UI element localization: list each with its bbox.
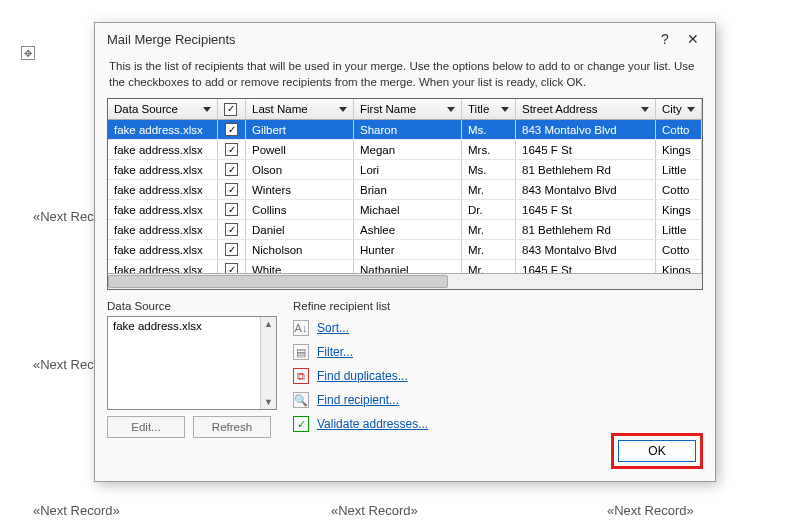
table-row[interactable]: fake address.xlsx✓WintersBrianMr.843 Mon…: [108, 180, 702, 200]
cell-street: 1645 F St: [516, 260, 656, 273]
col-first-name[interactable]: First Name: [354, 99, 462, 119]
cell-first-name: Brian: [354, 180, 462, 199]
cell-data-source: fake address.xlsx: [108, 180, 218, 199]
cell-title: Mr.: [462, 260, 516, 273]
checkbox-icon[interactable]: ✓: [224, 103, 237, 116]
checkbox-icon[interactable]: ✓: [225, 123, 238, 136]
cell-last-name: Nicholson: [246, 240, 354, 259]
table-row[interactable]: fake address.xlsx✓NicholsonHunterMr.843 …: [108, 240, 702, 260]
data-source-panel: Data Source fake address.xlsx ▲▼ Edit...…: [107, 300, 277, 438]
col-data-source[interactable]: Data Source: [108, 99, 218, 119]
cell-first-name: Hunter: [354, 240, 462, 259]
chevron-down-icon: [641, 107, 649, 112]
chevron-down-icon: [687, 107, 695, 112]
ok-highlight: OK: [611, 433, 703, 469]
cell-data-source: fake address.xlsx: [108, 140, 218, 159]
cell-city: Little: [656, 160, 702, 179]
table-row[interactable]: fake address.xlsx✓DanielAshleeMr.81 Beth…: [108, 220, 702, 240]
cell-checkbox[interactable]: ✓: [218, 160, 246, 179]
cell-title: Mr.: [462, 240, 516, 259]
data-source-item[interactable]: fake address.xlsx: [113, 320, 202, 332]
cell-data-source: fake address.xlsx: [108, 120, 218, 139]
anchor-icon: ✥: [21, 46, 35, 60]
chevron-down-icon: [447, 107, 455, 112]
next-record-field: «Next Record»: [33, 503, 120, 518]
validate-link[interactable]: Validate addresses...: [317, 417, 428, 431]
horizontal-scrollbar[interactable]: [108, 273, 702, 289]
cell-first-name: Lori: [354, 160, 462, 179]
col-city[interactable]: City: [656, 99, 702, 119]
checkbox-icon[interactable]: ✓: [225, 243, 238, 256]
cell-title: Mr.: [462, 220, 516, 239]
next-record-field: «Next Record»: [331, 503, 418, 518]
recipients-grid: Data Source ✓ Last Name First Name Title…: [107, 98, 703, 290]
cell-checkbox[interactable]: ✓: [218, 260, 246, 273]
cell-street: 81 Bethlehem Rd: [516, 220, 656, 239]
find-icon: 🔍: [293, 392, 309, 408]
table-row[interactable]: fake address.xlsx✓GilbertSharonMs.843 Mo…: [108, 120, 702, 140]
checkbox-icon[interactable]: ✓: [225, 263, 238, 273]
edit-button[interactable]: Edit...: [107, 416, 185, 438]
cell-last-name: Olson: [246, 160, 354, 179]
find-recipient-link[interactable]: Find recipient...: [317, 393, 399, 407]
validate-icon: ✓: [293, 416, 309, 432]
cell-data-source: fake address.xlsx: [108, 220, 218, 239]
checkbox-icon[interactable]: ✓: [225, 183, 238, 196]
data-source-label: Data Source: [107, 300, 277, 312]
refine-label: Refine recipient list: [293, 300, 703, 312]
checkbox-icon[interactable]: ✓: [225, 203, 238, 216]
cell-city: Cotto: [656, 180, 702, 199]
cell-checkbox[interactable]: ✓: [218, 180, 246, 199]
table-row[interactable]: fake address.xlsx✓CollinsMichaelDr.1645 …: [108, 200, 702, 220]
table-row[interactable]: fake address.xlsx✓WhiteNathanielMr.1645 …: [108, 260, 702, 273]
cell-last-name: Daniel: [246, 220, 354, 239]
col-check-all[interactable]: ✓: [218, 99, 246, 119]
table-row[interactable]: fake address.xlsx✓OlsonLoriMs.81 Bethleh…: [108, 160, 702, 180]
cell-city: Cotto: [656, 240, 702, 259]
cell-checkbox[interactable]: ✓: [218, 200, 246, 219]
col-title[interactable]: Title: [462, 99, 516, 119]
cell-last-name: White: [246, 260, 354, 273]
cell-first-name: Megan: [354, 140, 462, 159]
checkbox-icon[interactable]: ✓: [225, 163, 238, 176]
grid-body: fake address.xlsx✓GilbertSharonMs.843 Mo…: [108, 120, 702, 273]
cell-street: 1645 F St: [516, 200, 656, 219]
sort-link[interactable]: Sort...: [317, 321, 349, 335]
duplicates-icon: ⧉: [293, 368, 309, 384]
ok-button[interactable]: OK: [618, 440, 696, 462]
cell-data-source: fake address.xlsx: [108, 240, 218, 259]
cell-title: Ms.: [462, 160, 516, 179]
titlebar: Mail Merge Recipients ? ✕: [95, 23, 715, 55]
filter-icon: ▤: [293, 344, 309, 360]
checkbox-icon[interactable]: ✓: [225, 143, 238, 156]
data-source-list[interactable]: fake address.xlsx ▲▼: [107, 316, 277, 410]
cell-city: Kings: [656, 260, 702, 273]
cell-last-name: Collins: [246, 200, 354, 219]
grid-header: Data Source ✓ Last Name First Name Title…: [108, 99, 702, 120]
mail-merge-dialog: Mail Merge Recipients ? ✕ This is the li…: [94, 22, 716, 482]
cell-checkbox[interactable]: ✓: [218, 240, 246, 259]
cell-city: Little: [656, 220, 702, 239]
cell-checkbox[interactable]: ✓: [218, 220, 246, 239]
sort-icon: A↓: [293, 320, 309, 336]
cell-checkbox[interactable]: ✓: [218, 140, 246, 159]
cell-data-source: fake address.xlsx: [108, 160, 218, 179]
find-duplicates-link[interactable]: Find duplicates...: [317, 369, 408, 383]
cell-first-name: Michael: [354, 200, 462, 219]
cell-data-source: fake address.xlsx: [108, 260, 218, 273]
table-row[interactable]: fake address.xlsx✓PowellMeganMrs.1645 F …: [108, 140, 702, 160]
list-scrollbar[interactable]: ▲▼: [260, 317, 276, 409]
checkbox-icon[interactable]: ✓: [225, 223, 238, 236]
refresh-button[interactable]: Refresh: [193, 416, 271, 438]
cell-city: Cotto: [656, 120, 702, 139]
cell-title: Mr.: [462, 180, 516, 199]
cell-data-source: fake address.xlsx: [108, 200, 218, 219]
cell-street: 81 Bethlehem Rd: [516, 160, 656, 179]
filter-link[interactable]: Filter...: [317, 345, 353, 359]
col-street[interactable]: Street Address: [516, 99, 656, 119]
cell-city: Kings: [656, 140, 702, 159]
col-last-name[interactable]: Last Name: [246, 99, 354, 119]
help-button[interactable]: ?: [651, 27, 679, 51]
close-button[interactable]: ✕: [679, 27, 707, 51]
cell-checkbox[interactable]: ✓: [218, 120, 246, 139]
